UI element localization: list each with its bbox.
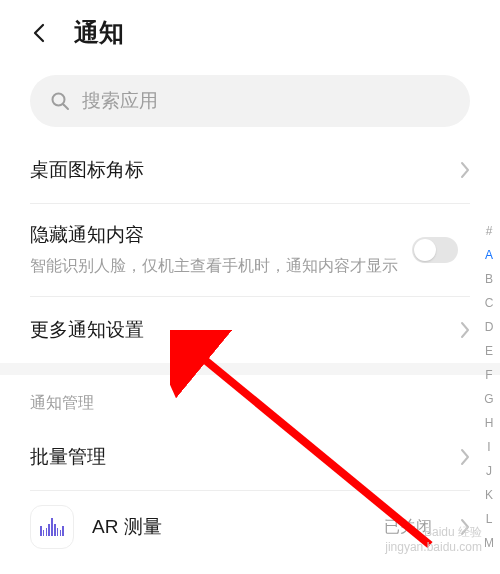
- chevron-right-icon: [460, 448, 470, 466]
- row-desktop-badge[interactable]: 桌面图标角标: [0, 137, 500, 203]
- row-subtext: 智能识别人脸，仅机主查看手机时，通知内容才显示: [30, 254, 470, 278]
- alpha-index-item[interactable]: C: [485, 296, 494, 310]
- alpha-index-item[interactable]: L: [486, 512, 493, 526]
- section-header-manage: 通知管理: [0, 375, 500, 424]
- row-hide-notification[interactable]: 隐藏通知内容 智能识别人脸，仅机主查看手机时，通知内容才显示: [0, 204, 500, 296]
- alpha-index[interactable]: #ABCDEFGHIJKLM: [484, 224, 494, 550]
- alpha-index-item[interactable]: H: [485, 416, 494, 430]
- alpha-index-item[interactable]: M: [484, 536, 494, 550]
- alpha-index-item[interactable]: B: [485, 272, 493, 286]
- alpha-index-item[interactable]: G: [484, 392, 493, 406]
- chevron-right-icon: [460, 161, 470, 179]
- row-label: 隐藏通知内容: [30, 222, 470, 248]
- search-icon: [50, 91, 70, 111]
- alpha-index-item[interactable]: F: [485, 368, 492, 382]
- row-label: 更多通知设置: [30, 317, 460, 343]
- row-label: 批量管理: [30, 444, 460, 470]
- alpha-index-item[interactable]: J: [486, 464, 492, 478]
- app-icon: [30, 505, 74, 549]
- alpha-index-item[interactable]: D: [485, 320, 494, 334]
- watermark: Baidu 经验 jingyan.baidu.com: [385, 525, 482, 556]
- svg-point-0: [53, 94, 65, 106]
- alpha-index-item[interactable]: K: [485, 488, 493, 502]
- search-placeholder: 搜索应用: [82, 88, 158, 114]
- app-name: AR 测量: [92, 514, 366, 540]
- row-batch-manage[interactable]: 批量管理: [0, 424, 500, 490]
- page-title: 通知: [74, 16, 124, 49]
- alpha-index-item[interactable]: #: [486, 224, 493, 238]
- toggle-switch[interactable]: [412, 237, 458, 263]
- back-icon[interactable]: [28, 21, 52, 45]
- alpha-index-item[interactable]: I: [487, 440, 490, 454]
- search-input[interactable]: 搜索应用: [30, 75, 470, 127]
- alpha-index-item[interactable]: E: [485, 344, 493, 358]
- alpha-index-item[interactable]: A: [485, 248, 493, 262]
- chevron-right-icon: [460, 321, 470, 339]
- row-more-settings[interactable]: 更多通知设置: [0, 297, 500, 363]
- row-label: 桌面图标角标: [30, 157, 460, 183]
